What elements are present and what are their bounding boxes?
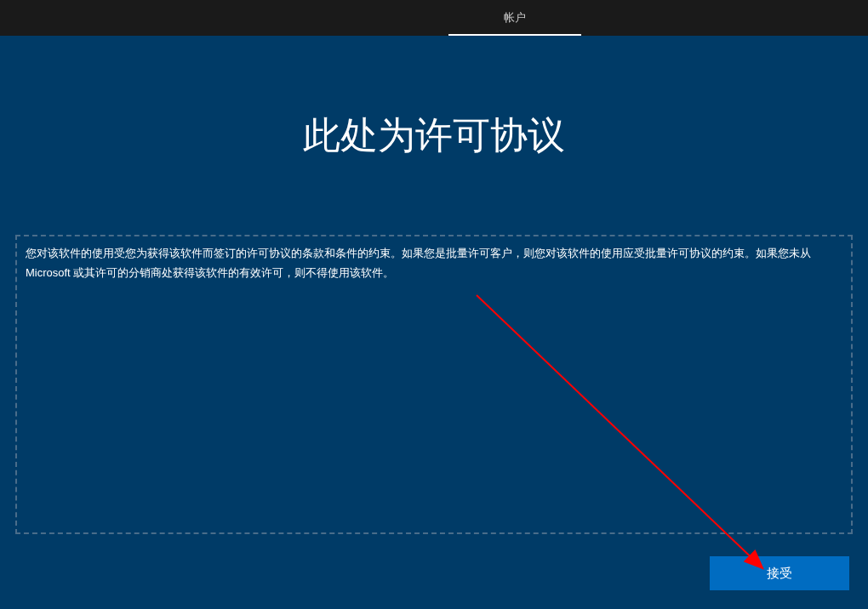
top-bar: 帐户 bbox=[0, 0, 868, 36]
accept-button[interactable]: 接受 bbox=[710, 556, 849, 590]
tab-account-label: 帐户 bbox=[504, 10, 526, 26]
main-content: 此处为许可协议 您对该软件的使用受您为获得该软件而签订的许可协议的条款和条件的约… bbox=[0, 36, 868, 609]
page-title: 此处为许可协议 bbox=[0, 111, 868, 161]
accept-button-label: 接受 bbox=[767, 566, 792, 580]
agreement-text: 您对该软件的使用受您为获得该软件而签订的许可协议的条款和条件的约束。如果您是批量… bbox=[26, 243, 842, 283]
agreement-box[interactable]: 您对该软件的使用受您为获得该软件而签订的许可协议的条款和条件的约束。如果您是批量… bbox=[15, 235, 853, 534]
tab-container: 帐户 bbox=[448, 0, 581, 36]
tab-account[interactable]: 帐户 bbox=[448, 0, 581, 36]
